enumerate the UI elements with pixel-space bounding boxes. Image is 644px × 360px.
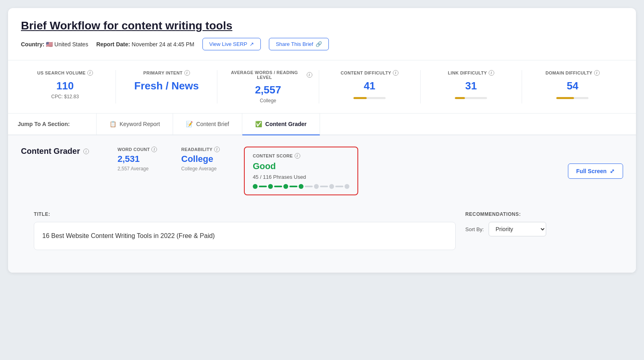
page-title: Brief Workflow for content writing tools bbox=[21, 19, 623, 32]
report-date: Report Date: November 24 at 4:45 PM bbox=[96, 41, 194, 48]
progress-connector-5 bbox=[320, 186, 328, 187]
header-section: Brief Workflow for content writing tools… bbox=[8, 8, 636, 60]
stat-link-difficulty: LINK DIFFICULTY i 31 bbox=[421, 70, 522, 103]
bottom-section: TITLE: 16 Best Website Content Writing T… bbox=[21, 211, 623, 261]
stat-label: DOMAIN DIFFICULTY i bbox=[545, 70, 600, 76]
stat-label: US SEARCH VOLUME i bbox=[37, 70, 93, 76]
info-icon[interactable]: i bbox=[87, 70, 93, 76]
tab-keyword-report[interactable]: 📋 Keyword Report bbox=[97, 114, 173, 135]
bottom-grid: TITLE: 16 Best Website Content Writing T… bbox=[34, 211, 610, 250]
grader-stats: WORD COUNT i 2,531 2,557 Average READABI… bbox=[118, 147, 544, 195]
content-grader-icon: ✅ bbox=[255, 121, 262, 127]
grader-readability: READABILITY i College College Average bbox=[181, 147, 220, 172]
external-link-icon: ↗ bbox=[250, 41, 254, 47]
word-count-avg: 2,557 Average bbox=[118, 166, 157, 172]
info-icon[interactable]: i bbox=[184, 70, 190, 76]
progress-dot-7 bbox=[345, 184, 349, 189]
stat-value[interactable]: Fresh / News bbox=[134, 80, 199, 92]
info-icon[interactable]: i bbox=[214, 147, 220, 152]
stat-avg-words: AVERAGE WORDS / READING LEVEL i 2,557 Co… bbox=[217, 70, 319, 103]
sort-by-label: Sort By: bbox=[465, 226, 484, 232]
stat-value: 2,557 bbox=[255, 84, 281, 96]
progress-dot-6 bbox=[329, 184, 334, 189]
progress-connector-6 bbox=[335, 186, 343, 187]
grader-title: Content Grader i bbox=[21, 147, 93, 156]
readability-value: College bbox=[181, 154, 220, 164]
recommendations-label: RECOMMENDATIONS: bbox=[465, 211, 610, 217]
keyword-report-icon: 📋 bbox=[109, 121, 116, 127]
country-flag: 🇺🇸 bbox=[46, 41, 53, 48]
stat-sub: College bbox=[260, 98, 277, 103]
view-serp-button[interactable]: View Live SERP ↗ bbox=[202, 38, 261, 50]
stats-section: US SEARCH VOLUME i 110 CPC: $12.83 PRIMA… bbox=[8, 60, 636, 114]
grader-info-icon[interactable]: i bbox=[83, 149, 89, 154]
difficulty-bar bbox=[455, 97, 487, 99]
difficulty-bar bbox=[353, 97, 386, 99]
difficulty-bar bbox=[556, 97, 588, 99]
progress-connector-4 bbox=[305, 186, 313, 187]
stat-label: LINK DIFFICULTY i bbox=[448, 70, 494, 76]
expand-icon: ⤢ bbox=[610, 168, 615, 174]
title-prefix: Brief Workflow for bbox=[21, 19, 122, 32]
difficulty-fill bbox=[455, 97, 465, 99]
content-grader-section: Content Grader i WORD COUNT i 2,531 2,55… bbox=[8, 135, 636, 273]
stat-domain-difficulty: DOMAIN DIFFICULTY i 54 bbox=[522, 70, 623, 103]
stat-primary-intent: PRIMARY INTENT i Fresh / News bbox=[116, 70, 217, 103]
progress-dot-3 bbox=[283, 184, 288, 189]
sort-row: Sort By: Priority Alphabetical Score bbox=[465, 222, 610, 236]
stat-label: AVERAGE WORDS / READING LEVEL i bbox=[224, 70, 312, 80]
content-brief-icon: 📝 bbox=[186, 121, 193, 127]
nav-jump-label: Jump To A Section: bbox=[8, 114, 97, 134]
share-brief-button[interactable]: Share This Brief 🔗 bbox=[269, 38, 329, 50]
info-icon[interactable]: i bbox=[307, 72, 312, 78]
country-name: United States bbox=[54, 41, 88, 48]
stat-value: 31 bbox=[465, 80, 477, 92]
score-progress-bar bbox=[253, 184, 349, 189]
title-column: TITLE: 16 Best Website Content Writing T… bbox=[34, 211, 456, 250]
info-icon[interactable]: i bbox=[393, 70, 398, 76]
stat-us-search-volume: US SEARCH VOLUME i 110 CPC: $12.83 bbox=[21, 70, 116, 103]
word-count-label: WORD COUNT i bbox=[118, 147, 157, 152]
title-box: 16 Best Website Content Writing Tools in… bbox=[34, 222, 456, 250]
content-score-label: CONTENT SCORE i bbox=[253, 153, 349, 159]
stat-label: PRIMARY INTENT i bbox=[143, 70, 190, 76]
progress-dot-4 bbox=[299, 184, 303, 189]
progress-connector-3 bbox=[289, 186, 297, 187]
stat-value: 54 bbox=[567, 80, 578, 92]
header-meta: Country: 🇺🇸 United States Report Date: N… bbox=[21, 38, 623, 50]
progress-dot-1 bbox=[253, 184, 258, 189]
tab-content-grader[interactable]: ✅ Content Grader bbox=[242, 114, 320, 135]
difficulty-fill bbox=[556, 97, 574, 99]
stat-label: CONTENT DIFFICULTY i bbox=[341, 70, 398, 76]
content-score-box: CONTENT SCORE i Good 45 / 116 Phrases Us… bbox=[244, 147, 358, 195]
progress-dot-5 bbox=[314, 184, 319, 189]
progress-dot-2 bbox=[268, 184, 273, 189]
difficulty-fill bbox=[353, 97, 367, 99]
nav-section: Jump To A Section: 📋 Keyword Report 📝 Co… bbox=[8, 114, 636, 135]
title-keyword: content writing tools bbox=[122, 19, 232, 32]
word-count-value: 2,531 bbox=[118, 154, 157, 164]
content-score-grade: Good bbox=[253, 161, 349, 172]
main-container: Brief Workflow for content writing tools… bbox=[8, 8, 636, 273]
content-score-phrases: 45 / 116 Phrases Used bbox=[253, 174, 349, 180]
progress-connector-1 bbox=[259, 186, 267, 187]
readability-label: READABILITY i bbox=[181, 147, 220, 152]
recommendations-column: RECOMMENDATIONS: Sort By: Priority Alpha… bbox=[465, 211, 610, 250]
stat-content-difficulty: CONTENT DIFFICULTY i 41 bbox=[319, 70, 421, 103]
stat-value: 41 bbox=[364, 80, 376, 92]
readability-avg: College Average bbox=[181, 166, 220, 172]
sort-select[interactable]: Priority Alphabetical Score bbox=[489, 222, 546, 236]
progress-connector-2 bbox=[274, 186, 282, 187]
info-icon[interactable]: i bbox=[594, 70, 600, 76]
full-screen-button[interactable]: Full Screen ⤢ bbox=[568, 163, 623, 179]
country-info: Country: 🇺🇸 United States bbox=[21, 41, 88, 48]
stat-sub: CPC: $12.83 bbox=[51, 94, 79, 99]
tab-content-brief[interactable]: 📝 Content Brief bbox=[173, 114, 242, 135]
info-icon[interactable]: i bbox=[489, 70, 494, 76]
grader-word-count: WORD COUNT i 2,531 2,557 Average bbox=[118, 147, 157, 172]
title-section-label: TITLE: bbox=[34, 211, 456, 217]
link-icon: 🔗 bbox=[316, 41, 322, 47]
info-icon[interactable]: i bbox=[295, 153, 300, 159]
info-icon[interactable]: i bbox=[151, 147, 157, 152]
stat-value: 110 bbox=[56, 80, 74, 92]
